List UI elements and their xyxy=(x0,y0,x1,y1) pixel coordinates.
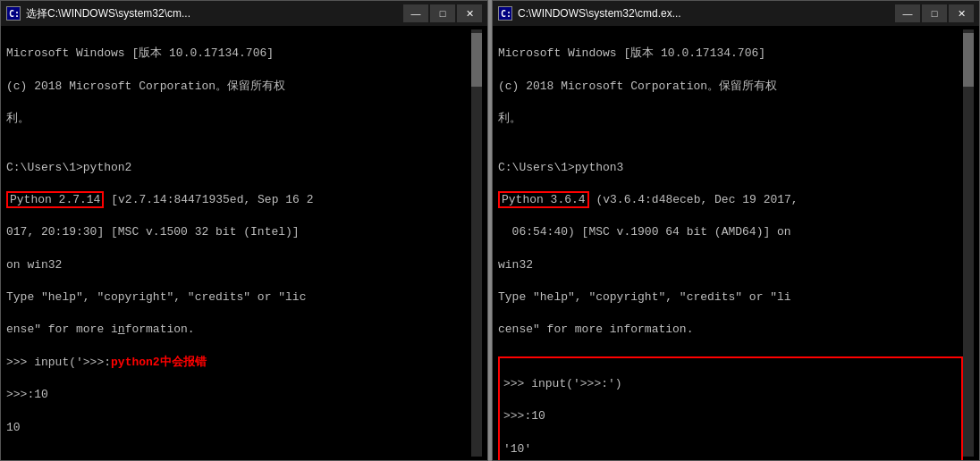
python3-version-highlight: Python 3.6.4 xyxy=(498,191,589,208)
right-terminal: C: C:\WINDOWS\system32\cmd.ex... — □ ✕ M… xyxy=(492,0,980,461)
r-line-5: C:\Users\1>python3 xyxy=(498,160,963,176)
left-title-buttons: — □ ✕ xyxy=(403,4,482,22)
line-12: >>>:10 xyxy=(6,387,471,403)
r-line-7: 06:54:40) [MSC v.1900 64 bit (AMD64)] on xyxy=(498,224,963,240)
line-6: Python 2.7.14 [v2.7.14:84471935ed, Sep 1… xyxy=(6,192,471,208)
right-title-bar: C: C:\WINDOWS\system32\cmd.ex... — □ ✕ xyxy=(493,1,979,26)
left-terminal-body: Microsoft Windows [版本 10.0.17134.706] (c… xyxy=(1,26,487,460)
line-10: ense" for more information. xyxy=(6,322,471,338)
svg-text:C:: C: xyxy=(501,9,511,19)
left-minimize-button[interactable]: — xyxy=(403,4,428,22)
line-13: 10 xyxy=(6,420,471,436)
right-scrollbar-thumb[interactable] xyxy=(963,33,974,87)
right-terminal-content: Microsoft Windows [版本 10.0.17134.706] (c… xyxy=(498,29,963,457)
line-11: >>> input('>>>:python2中会报错 xyxy=(6,355,471,371)
line-8: on win32 xyxy=(6,257,471,273)
left-terminal: C: 选择C:\WINDOWS\system32\cm... — □ ✕ Mic… xyxy=(0,0,488,461)
right-close-button[interactable]: ✕ xyxy=(949,4,974,22)
r-line-10: cense" for more information. xyxy=(498,322,963,338)
line-1: Microsoft Windows [版本 10.0.17134.706] xyxy=(6,46,471,62)
right-title-buttons: — □ ✕ xyxy=(895,4,974,22)
r-line-2: (c) 2018 Microsoft Corporation。保留所有权 xyxy=(498,79,963,95)
right-minimize-button[interactable]: — xyxy=(895,4,920,22)
annotation-text: python2中会报错 xyxy=(111,356,207,369)
r-line-9: Type "help", "copyright", "credits" or "… xyxy=(498,289,963,306)
line-5: C:\Users\1>python2 xyxy=(6,160,471,176)
right-terminal-icon: C: xyxy=(498,6,512,21)
line-9: Type "help", "copyright", "credits" or "… xyxy=(6,289,471,306)
right-scrollbar[interactable] xyxy=(963,29,974,457)
r-input-2: >>>:10 xyxy=(503,408,958,424)
right-input-box: >>> input('>>>:') >>>:10 '10' >>> input(… xyxy=(498,356,963,460)
python2-version-highlight: Python 2.7.14 xyxy=(6,191,104,208)
r-input-3: '10' xyxy=(503,441,958,457)
left-title-text: 选择C:\WINDOWS\system32\cm... xyxy=(26,6,403,21)
r-input-1: >>> input('>>>:') xyxy=(503,376,958,392)
r-line-1: Microsoft Windows [版本 10.0.17134.706] xyxy=(498,46,963,62)
right-terminal-body: Microsoft Windows [版本 10.0.17134.706] (c… xyxy=(493,26,979,460)
left-title-bar: C: 选择C:\WINDOWS\system32\cm... — □ ✕ xyxy=(1,1,487,26)
left-terminal-icon: C: xyxy=(6,6,21,21)
r-line-3: 利。 xyxy=(498,111,963,127)
right-title-text: C:\WINDOWS\system32\cmd.ex... xyxy=(518,7,895,20)
left-terminal-content: Microsoft Windows [版本 10.0.17134.706] (c… xyxy=(6,29,471,457)
left-maximize-button[interactable]: □ xyxy=(430,4,455,22)
left-close-button[interactable]: ✕ xyxy=(457,4,482,22)
r-line-8: win32 xyxy=(498,257,963,273)
r-line-6: Python 3.6.4 (v3.6.4:d48eceb, Dec 19 201… xyxy=(498,192,963,208)
svg-text:C:: C: xyxy=(9,9,20,19)
line-3: 利。 xyxy=(6,111,471,127)
line-2: (c) 2018 Microsoft Corporation。保留所有权 xyxy=(6,79,471,95)
right-maximize-button[interactable]: □ xyxy=(922,4,947,22)
left-scrollbar[interactable] xyxy=(471,29,482,457)
line-7: 017, 20:19:30] [MSC v.1500 32 bit (Intel… xyxy=(6,224,471,240)
left-scrollbar-thumb[interactable] xyxy=(471,33,482,87)
